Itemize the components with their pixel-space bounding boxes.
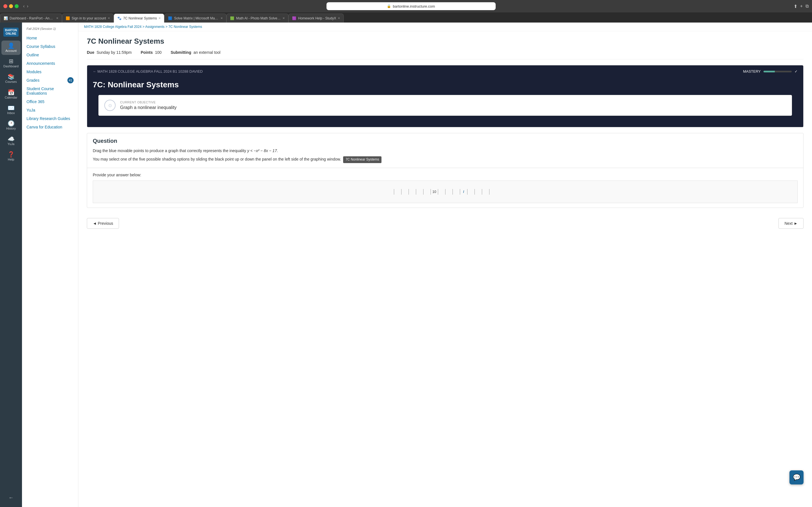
nav-buttons: ◄ Previous Next ► [87, 214, 804, 233]
chat-button[interactable]: 💬 [790, 470, 804, 485]
tab-label-mathai: Math AI - Photo Math Solver &... [236, 16, 281, 20]
sidebar-item-outline[interactable]: Outline [22, 51, 78, 59]
barton-logo: BARTON ONLINE [2, 25, 20, 40]
due-label: Due [87, 50, 94, 55]
nav-label-courses: Courses [5, 80, 17, 83]
main-content: MATH 1828 College Algebra Fall 2024 > As… [79, 22, 812, 507]
tab-close-signin[interactable]: ✕ [108, 17, 110, 20]
hawkes-module-title: 7C: Nonlinear Systems [87, 77, 803, 95]
nav-item-courses[interactable]: 📚 Courses [1, 71, 20, 86]
tab-close-homework[interactable]: ✕ [338, 17, 340, 20]
global-nav: BARTON ONLINE 👤 Account ⊞ Dashboard 📚 Co… [0, 22, 22, 507]
points-value: 100 [155, 50, 161, 55]
tab-overview-icon[interactable]: ⧉ [806, 4, 809, 9]
nav-label-history: History [6, 127, 16, 130]
calendar-icon: 📅 [8, 90, 15, 95]
nav-item-calendar[interactable]: 📅 Calendar [1, 87, 20, 102]
tab-matrix[interactable]: 🟦 Solve Matrix | Microsoft Math... ✕ [164, 13, 226, 22]
share-icon[interactable]: ⬆ [794, 4, 797, 9]
new-tab-icon[interactable]: + [800, 4, 803, 9]
question-instruction: Drag the blue movable points to produce … [93, 149, 246, 153]
tab-favicon-matrix: 🟦 [168, 16, 172, 20]
due-meta: Due Sunday by 11:59pm [87, 50, 132, 55]
nav-item-account[interactable]: 👤 Account [1, 41, 20, 55]
sidebar-item-office365[interactable]: Office 365 [22, 98, 78, 106]
sidebar-item-yuja[interactable]: YuJa [22, 106, 78, 114]
url-text: bartonline.instructure.com [393, 4, 435, 8]
next-button[interactable]: Next ► [778, 218, 804, 229]
submitting-meta: Submitting an external tool [170, 50, 220, 55]
objective-icon: ⊙ [104, 100, 116, 111]
graph-area[interactable]: 10 / [93, 180, 798, 203]
tab-favicon-mathai: 🟩 [230, 16, 234, 20]
nav-label-dashboard: Dashboard [3, 64, 18, 68]
tab-favicon-signin: 🟧 [66, 16, 70, 20]
tick-label-10: 10 [433, 190, 436, 194]
window-controls [3, 4, 18, 8]
forward-button[interactable]: › [27, 4, 28, 9]
nav-item-yuja[interactable]: ☁️ YuJa [1, 134, 20, 148]
history-icon: 🕐 [8, 121, 15, 126]
tick-6 [438, 189, 445, 194]
nav-item-history[interactable]: 🕐 History [1, 118, 20, 133]
tab-favicon-homework: 🟪 [292, 16, 296, 20]
objective-label: CURRENT OBJECTIVE [120, 101, 176, 104]
submitting-label: Submitting [170, 50, 191, 55]
back-button[interactable]: ‹ [23, 4, 24, 9]
nav-item-dashboard[interactable]: ⊞ Dashboard [1, 56, 20, 70]
tab-close-dashboard[interactable]: ✕ [56, 17, 58, 20]
hawkes-mastery: MASTERY ✓ [743, 69, 798, 73]
collapse-nav-button[interactable]: ← [8, 492, 13, 504]
nav-item-inbox[interactable]: ✉️ Inbox [1, 103, 20, 117]
tick-4 [416, 189, 423, 194]
courses-icon: 📚 [8, 74, 15, 79]
logo-box: BARTON ONLINE [3, 27, 19, 37]
sidebar-item-grades[interactable]: Grades 41 [22, 76, 78, 84]
question-area: Question Drag the blue movable points to… [87, 133, 804, 208]
sidebar-item-canva[interactable]: Canva for Education [22, 123, 78, 131]
hawkes-container: ← MATH 1828 COLLEGE ALGEBRA FALL 2024 B1… [87, 65, 804, 127]
close-button[interactable] [3, 4, 7, 8]
tick-7 [445, 189, 453, 194]
question-subtext: You may select one of the five possible … [93, 156, 798, 163]
tooltip-badge: 7C Nonlinear Systems [343, 156, 381, 163]
address-bar[interactable]: 🔒 bartonline.instructure.com [326, 2, 496, 10]
maximize-button[interactable] [15, 4, 18, 8]
tab-close-matrix[interactable]: ✕ [220, 17, 223, 20]
tick-9 [467, 189, 474, 194]
tab-mathai[interactable]: 🟩 Math AI - Photo Math Solver &... ✕ [226, 13, 289, 22]
objective-text: Graph a nonlinear inequality [120, 105, 176, 110]
app-layout: BARTON ONLINE 👤 Account ⊞ Dashboard 📚 Co… [0, 22, 812, 507]
sidebar-item-library[interactable]: Library Research Guides [22, 114, 78, 123]
question-header: Question Drag the blue movable points to… [87, 133, 803, 168]
tick-8 [453, 189, 460, 194]
sidebar-item-evaluations[interactable]: Student Course Evaluations [22, 84, 78, 98]
tab-label-7c: 7C Nonlinear Systems [123, 16, 157, 20]
tab-close-7c[interactable]: ✕ [158, 17, 161, 20]
question-text: Drag the blue movable points to produce … [93, 148, 798, 154]
nav-item-help[interactable]: ❓ Help [1, 149, 20, 164]
nav-label-calendar: Calendar [5, 96, 17, 100]
tab-close-mathai[interactable]: ✕ [283, 17, 285, 20]
dashboard-icon: ⊞ [9, 58, 13, 64]
tab-homework[interactable]: 🟪 Homework Help - StudyX ✕ [289, 13, 344, 22]
tab-signin[interactable]: 🟧 Sign in to your account ✕ [62, 13, 114, 22]
tab-7c[interactable]: 🐾 7C Nonlinear Systems ✕ [114, 13, 164, 22]
minimize-button[interactable] [9, 4, 13, 8]
tick-1 [394, 189, 401, 194]
breadcrumb: MATH 1828 College Algebra Fall 2024 > As… [79, 22, 812, 31]
tick-2 [401, 189, 409, 194]
tab-dashboard[interactable]: 📊 Dashboard - RamPort - Angel... ✕ [0, 13, 62, 22]
hawkes-module-header: ← MATH 1828 COLLEGE ALGEBRA FALL 2024 B1… [87, 65, 803, 77]
sidebar-item-syllabus[interactable]: Course Syllabus [22, 42, 78, 51]
course-session: Fall 2024 (Session 1) [22, 26, 78, 34]
mastery-label: MASTERY [743, 69, 761, 73]
previous-button[interactable]: ◄ Previous [87, 218, 119, 229]
sidebar-item-modules[interactable]: Modules [22, 68, 78, 76]
question-formula: y < −x² − 8x − 17. [247, 149, 278, 153]
chat-icon: 💬 [793, 474, 801, 481]
nav-label-account: Account [5, 49, 17, 53]
sidebar-item-home[interactable]: Home [22, 34, 78, 42]
sidebar-item-announcements[interactable]: Announcements [22, 59, 78, 68]
hawkes-back-link[interactable]: ← MATH 1828 COLLEGE ALGEBRA FALL 2024 B1… [93, 69, 203, 73]
